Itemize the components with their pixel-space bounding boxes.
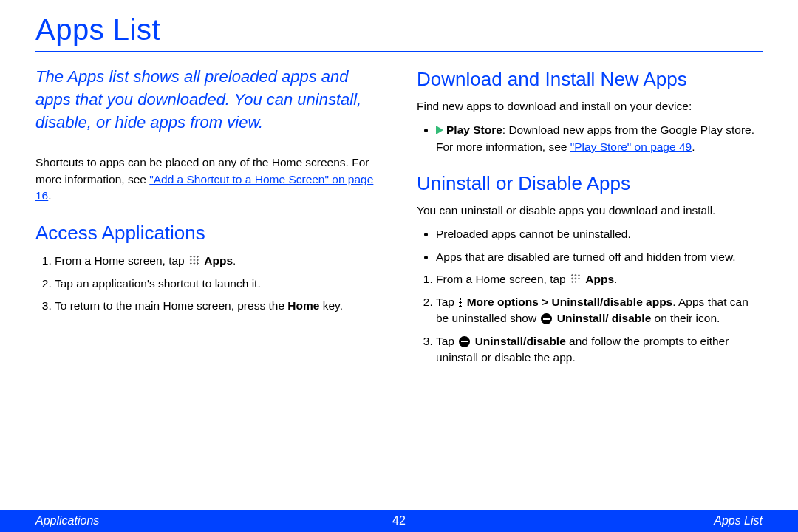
uninstall-icon xyxy=(541,313,552,324)
intro-paragraph: The Apps list shows all preloaded apps a… xyxy=(35,66,381,134)
uninstall-bullets: Preloaded apps cannot be uninstalled. Ap… xyxy=(417,226,763,265)
step-text: To return to the main Home screen, press… xyxy=(55,299,287,312)
list-item: Tap More options > Uninstall/disable app… xyxy=(436,294,763,327)
more-options-icon xyxy=(459,297,462,307)
list-item: Apps that are disabled are turned off an… xyxy=(436,249,763,265)
access-applications-heading: Access Applications xyxy=(35,219,381,248)
download-intro: Find new apps to download and install on… xyxy=(417,98,763,115)
list-item: From a Home screen, tap Apps. xyxy=(436,271,763,287)
access-steps: From a Home screen, tap Apps. Tap an app… xyxy=(35,253,381,314)
play-tail: . xyxy=(692,140,695,153)
play-store-link[interactable]: "Play Store" on page 49 xyxy=(570,140,692,153)
page-title: Apps List xyxy=(35,13,763,47)
step-tail: . xyxy=(233,254,236,267)
apps-grid-icon xyxy=(189,255,200,265)
uninstall-intro: You can uninstall or disable apps you do… xyxy=(417,202,763,219)
step-tail: on their icon. xyxy=(651,312,720,324)
uninstall-icon xyxy=(459,336,470,347)
page-footer: Applications 42 Apps List xyxy=(0,510,798,532)
list-item: Play Store: Download new apps from the G… xyxy=(436,122,763,155)
list-item: To return to the main Home screen, press… xyxy=(55,298,381,314)
footer-page-number: 42 xyxy=(392,514,406,528)
step-tail: key. xyxy=(319,299,343,312)
uninstall-steps: From a Home screen, tap Apps. Tap More o… xyxy=(417,271,763,366)
uninstall-disable-label: Uninstall/ disable xyxy=(557,312,651,324)
footer-section-label: Applications xyxy=(35,514,392,528)
apps-label: Apps xyxy=(585,273,614,285)
uninstall-heading: Uninstall or Disable Apps xyxy=(417,170,763,198)
play-store-label: Play Store xyxy=(446,123,502,136)
list-item: Tap Uninstall/disable and follow the pro… xyxy=(436,333,763,366)
list-item: Tap an application's shortcut to launch … xyxy=(55,276,381,292)
list-item: From a Home screen, tap Apps. xyxy=(55,253,381,269)
uninstall-disable-label: Uninstall/disable xyxy=(475,335,566,347)
step-text: From a Home screen, tap xyxy=(55,254,188,267)
shortcuts-text-b: . xyxy=(48,189,51,202)
more-options-label: More options > Uninstall/disable apps xyxy=(467,296,673,308)
content-columns: The Apps list shows all preloaded apps a… xyxy=(35,66,763,372)
step-text: Tap xyxy=(436,335,457,347)
download-bullets: Play Store: Download new apps from the G… xyxy=(417,122,763,155)
step-text: Tap xyxy=(436,296,457,308)
shortcuts-paragraph: Shortcuts to apps can be placed on any o… xyxy=(35,154,381,204)
footer-topic-label: Apps List xyxy=(406,514,763,528)
apps-label: Apps xyxy=(204,254,233,267)
right-column: Download and Install New Apps Find new a… xyxy=(417,66,763,372)
list-item: Preloaded apps cannot be uninstalled. xyxy=(436,226,763,242)
apps-grid-icon xyxy=(570,273,581,284)
download-heading: Download and Install New Apps xyxy=(417,66,763,94)
home-key-label: Home xyxy=(287,299,319,312)
step-text: From a Home screen, tap xyxy=(436,273,569,285)
play-store-icon xyxy=(436,126,443,134)
step-tail: . xyxy=(614,273,617,285)
title-rule xyxy=(35,51,763,52)
left-column: The Apps list shows all preloaded apps a… xyxy=(35,66,381,372)
page: Apps List The Apps list shows all preloa… xyxy=(0,0,798,532)
